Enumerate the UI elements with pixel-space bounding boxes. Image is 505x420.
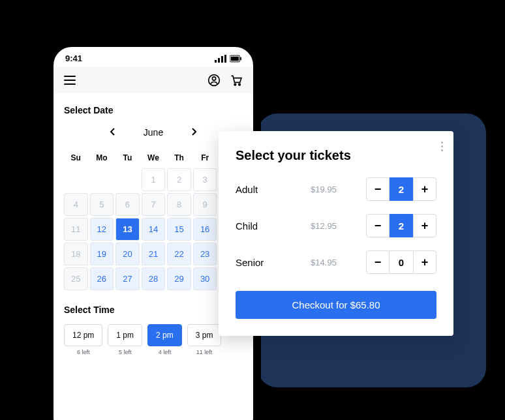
status-bar: 9:41: [54, 47, 253, 67]
time-button[interactable]: 2 pm: [147, 324, 182, 346]
next-month-button[interactable]: [189, 125, 200, 140]
month-nav: June: [64, 125, 243, 140]
svg-rect-6: [240, 57, 241, 60]
time-button[interactable]: 1 pm: [108, 324, 142, 346]
calendar-day[interactable]: 1: [142, 168, 166, 191]
increment-button[interactable]: +: [413, 214, 436, 237]
decrement-button[interactable]: −: [366, 250, 390, 274]
increment-button[interactable]: +: [413, 177, 436, 201]
calendar-grid: SuMoTuWeThFrSa12344567891011121314151617…: [64, 149, 243, 290]
status-icons: [215, 55, 241, 63]
calendar-day[interactable]: 4: [64, 193, 88, 216]
calendar-day[interactable]: 18: [64, 243, 88, 265]
account-icon[interactable]: [207, 74, 221, 87]
time-button[interactable]: 3 pm: [187, 324, 222, 346]
menu-icon[interactable]: [64, 76, 76, 85]
calendar-day[interactable]: 30: [193, 267, 217, 290]
calendar-day: [64, 168, 88, 191]
svg-point-9: [234, 83, 236, 85]
status-time: 9:41: [65, 53, 82, 63]
checkout-button[interactable]: Checkout for $65.80: [236, 291, 436, 319]
ticket-label: Child: [236, 220, 281, 232]
ticket-label: Senior: [236, 257, 281, 268]
header-bar: [54, 67, 253, 93]
ticket-row: Adult$19.95−2+: [236, 177, 436, 201]
quantity-value: 2: [390, 214, 413, 237]
ticket-panel: Select your tickets Adult$19.95−2+Child$…: [219, 131, 453, 336]
calendar-day[interactable]: 26: [90, 267, 114, 290]
decrement-button[interactable]: −: [366, 214, 390, 237]
calendar-day[interactable]: 29: [167, 267, 191, 290]
select-time-title: Select Time: [64, 305, 243, 315]
svg-rect-2: [221, 56, 223, 63]
ticket-row: Child$12.95−2+: [236, 214, 436, 237]
chevron-right-icon: [192, 128, 197, 136]
time-left-label: 6 left: [77, 349, 90, 355]
ticket-label: Adult: [236, 184, 281, 195]
calendar-day[interactable]: 21: [142, 243, 166, 265]
svg-rect-5: [231, 56, 239, 61]
calendar-day[interactable]: 20: [115, 243, 140, 265]
ticket-panel-title: Select your tickets: [236, 148, 436, 163]
signal-icon: [215, 55, 226, 63]
calendar-day[interactable]: 27: [115, 267, 140, 290]
time-left-label: 5 left: [119, 349, 132, 355]
day-of-week: Fr: [193, 149, 217, 166]
calendar-day[interactable]: 9: [193, 193, 217, 216]
svg-rect-1: [218, 58, 220, 63]
increment-button[interactable]: +: [413, 250, 436, 274]
svg-point-10: [239, 83, 241, 85]
calendar-day[interactable]: 14: [142, 218, 166, 241]
quantity-stepper: −0+: [366, 250, 436, 274]
calendar-day[interactable]: 3: [193, 168, 217, 191]
calendar-day[interactable]: 5: [90, 193, 114, 216]
calendar-day[interactable]: 7: [142, 193, 166, 216]
day-of-week: Mo: [90, 149, 114, 166]
calendar-day[interactable]: 13: [115, 218, 140, 241]
quantity-value: 2: [390, 177, 413, 201]
svg-rect-0: [215, 60, 217, 63]
calendar-day[interactable]: 25: [64, 267, 88, 290]
calendar-day[interactable]: 23: [193, 243, 217, 265]
calendar-day[interactable]: 15: [167, 218, 191, 241]
month-label: June: [144, 127, 163, 138]
ticket-price: $12.95: [311, 221, 337, 231]
time-slot: 1 pm5 left: [108, 324, 142, 355]
battery-icon: [230, 55, 241, 63]
calendar-day[interactable]: 12: [90, 218, 114, 241]
time-button[interactable]: 12 pm: [64, 324, 102, 346]
day-of-week: We: [142, 149, 166, 166]
calendar-day[interactable]: 28: [142, 267, 166, 290]
quantity-stepper: −2+: [366, 214, 436, 237]
time-slot: 12 pm6 left: [64, 324, 102, 355]
day-of-week: Tu: [115, 149, 140, 166]
more-icon[interactable]: [438, 139, 446, 154]
time-left-label: 11 left: [196, 349, 213, 355]
calendar-day[interactable]: 19: [90, 243, 114, 265]
calendar-day[interactable]: 6: [115, 193, 140, 216]
chevron-left-icon: [110, 128, 115, 136]
calendar-day: [115, 168, 140, 191]
decrement-button[interactable]: −: [366, 177, 390, 201]
svg-rect-3: [224, 55, 226, 63]
select-date-title: Select Date: [64, 105, 243, 115]
calendar-day[interactable]: 22: [167, 243, 191, 265]
ticket-row: Senior$14.95−0+: [236, 250, 436, 274]
quantity-stepper: −2+: [366, 177, 436, 201]
calendar-day[interactable]: 8: [167, 193, 191, 216]
prev-month-button[interactable]: [107, 125, 117, 140]
day-of-week: Th: [167, 149, 191, 166]
time-slot: 3 pm11 left: [187, 324, 222, 355]
time-row: 12 pm6 left1 pm5 left2 pm4 left3 pm11 le…: [64, 324, 243, 355]
svg-point-8: [212, 77, 215, 80]
calendar-day: [90, 168, 114, 191]
quantity-value: 0: [390, 250, 413, 274]
calendar-day[interactable]: 2: [167, 168, 191, 191]
cart-icon[interactable]: [230, 74, 243, 87]
time-left-label: 4 left: [159, 349, 172, 355]
time-slot: 2 pm4 left: [147, 324, 182, 355]
ticket-price: $14.95: [311, 258, 337, 267]
calendar-day[interactable]: 16: [193, 218, 217, 241]
calendar-day[interactable]: 11: [64, 218, 88, 241]
day-of-week: Su: [64, 149, 88, 166]
